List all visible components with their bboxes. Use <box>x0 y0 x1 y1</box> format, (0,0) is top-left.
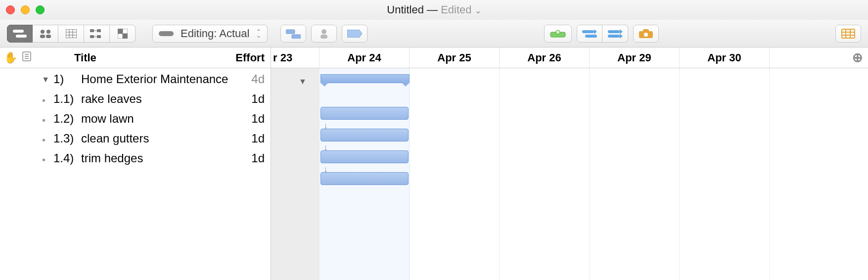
disclosure-triangle-icon[interactable]: ▼ <box>42 75 49 84</box>
network-view-button[interactable] <box>84 25 110 43</box>
edited-indicator: Edited <box>441 3 471 16</box>
svg-marker-34 <box>620 29 623 34</box>
svg-marker-33 <box>620 34 623 38</box>
gantt-chart[interactable]: ▼ ↓ ↓ ↓ <box>271 68 868 280</box>
summary-task-bar[interactable] <box>320 74 410 83</box>
task-bar[interactable] <box>320 172 409 185</box>
svg-rect-32 <box>608 35 620 38</box>
svg-point-3 <box>46 30 50 34</box>
svg-rect-36 <box>643 29 649 32</box>
gantt-view-button[interactable] <box>7 25 33 43</box>
gantt-disclosure-icon[interactable]: ▼ <box>299 77 307 86</box>
task-row[interactable]: • 1.3) clean gutters 1d <box>0 130 271 149</box>
outline-header: ✋ Title Effort <box>0 47 271 68</box>
catch-up-button[interactable] <box>577 25 602 43</box>
svg-rect-1 <box>16 35 27 38</box>
gantt-col <box>680 68 770 280</box>
task-outline: ▼ 1) Home Exterior Maintenance 4d • 1.1)… <box>0 68 271 280</box>
task-bar[interactable] <box>320 129 409 141</box>
task-title: clean gutters <box>79 132 230 145</box>
date-header-4[interactable]: Apr 30 <box>680 47 770 68</box>
bullet-icon: • <box>42 154 49 166</box>
notes-icon[interactable] <box>22 51 31 64</box>
minimize-window-button[interactable] <box>21 5 30 14</box>
svg-point-2 <box>41 30 45 34</box>
gantt-col <box>590 68 680 280</box>
task-effort: 1d <box>230 112 265 126</box>
svg-rect-17 <box>118 29 123 34</box>
add-resource-button[interactable] <box>311 25 337 43</box>
task-title: mow lawn <box>79 112 230 126</box>
svg-rect-20 <box>123 34 128 39</box>
task-row[interactable]: • 1.1) rake leaves 1d <box>0 90 271 110</box>
task-number: 1.4) <box>49 151 79 165</box>
catch-up-group <box>577 25 628 43</box>
chevron-down-icon[interactable]: ⌄ <box>475 6 481 15</box>
gantt-col <box>770 68 868 280</box>
svg-point-27 <box>556 30 560 34</box>
traffic-lights <box>6 5 45 14</box>
effort-column-header[interactable]: Effort <box>235 51 265 64</box>
editing-mode-selector[interactable]: Editing: Actual ⌃⌄ <box>152 25 268 43</box>
hand-icon[interactable]: ✋ <box>4 51 17 64</box>
svg-marker-25 <box>347 30 362 38</box>
reschedule-button[interactable] <box>602 25 628 43</box>
svg-rect-4 <box>40 35 45 38</box>
svg-rect-38 <box>842 29 855 38</box>
date-header-1[interactable]: Apr 25 <box>410 47 500 68</box>
svg-rect-11 <box>90 29 94 32</box>
svg-rect-12 <box>97 29 101 32</box>
date-header-0[interactable]: Apr 24 <box>320 47 410 68</box>
task-number: 1) <box>49 72 79 86</box>
gantt-col <box>500 68 590 280</box>
calendar-view-button[interactable] <box>58 25 84 43</box>
column-header-row: ✋ Title Effort r 23 Apr 24 Apr 25 Apr 26… <box>0 47 868 68</box>
date-header-partial[interactable]: r 23 <box>271 47 320 68</box>
toolbar: Editing: Actual ⌃⌄ <box>0 20 868 47</box>
svg-marker-30 <box>594 29 597 34</box>
close-window-button[interactable] <box>6 5 15 14</box>
svg-rect-31 <box>608 30 620 33</box>
svg-rect-6 <box>66 29 77 38</box>
task-title: Home Exterior Maintenance <box>79 72 230 86</box>
task-title: rake leaves <box>79 92 230 106</box>
svg-rect-14 <box>97 35 101 38</box>
task-number: 1.3) <box>49 132 79 145</box>
bullet-icon: • <box>42 115 49 126</box>
zoom-window-button[interactable] <box>36 5 45 14</box>
svg-rect-24 <box>320 35 327 39</box>
gantt-col-nonwork <box>271 68 320 280</box>
zoom-in-button[interactable]: ⊕ <box>847 50 868 65</box>
svg-rect-13 <box>90 35 94 38</box>
svg-rect-21 <box>286 30 295 34</box>
bullet-icon: • <box>42 135 49 146</box>
task-bar[interactable] <box>320 150 409 163</box>
svg-point-37 <box>644 33 648 37</box>
svg-rect-5 <box>46 35 51 38</box>
svg-rect-0 <box>13 30 24 33</box>
baseline-icon <box>159 31 174 36</box>
styles-view-button[interactable] <box>110 25 136 43</box>
stepper-icon: ⌃⌄ <box>256 30 261 38</box>
view-switcher <box>7 25 136 43</box>
svg-rect-29 <box>585 35 597 38</box>
date-header-2[interactable]: Apr 26 <box>500 47 590 68</box>
add-milestone-button[interactable] <box>342 25 367 43</box>
timeline-header: r 23 Apr 24 Apr 25 Apr 26 Apr 29 Apr 30 … <box>271 47 868 68</box>
titlebar: Untitled — Edited ⌄ <box>0 0 868 20</box>
task-row-parent[interactable]: ▼ 1) Home Exterior Maintenance 4d <box>0 70 271 90</box>
task-row[interactable]: • 1.2) mow lawn 1d <box>0 110 271 130</box>
title-column-header[interactable]: Title <box>74 51 96 64</box>
add-task-button[interactable] <box>280 25 306 43</box>
task-effort: 1d <box>230 132 265 145</box>
task-effort: 1d <box>230 151 265 165</box>
task-effort: 4d <box>230 72 265 86</box>
task-bar[interactable] <box>320 107 409 120</box>
svg-rect-19 <box>118 34 123 39</box>
resources-view-button[interactable] <box>33 25 58 43</box>
date-header-3[interactable]: Apr 29 <box>590 47 680 68</box>
inspector-toggle-button[interactable] <box>835 25 861 43</box>
snapshot-button[interactable] <box>633 25 659 43</box>
task-row[interactable]: • 1.4) trim hedges 1d <box>0 149 271 169</box>
leveling-button[interactable] <box>544 25 572 43</box>
